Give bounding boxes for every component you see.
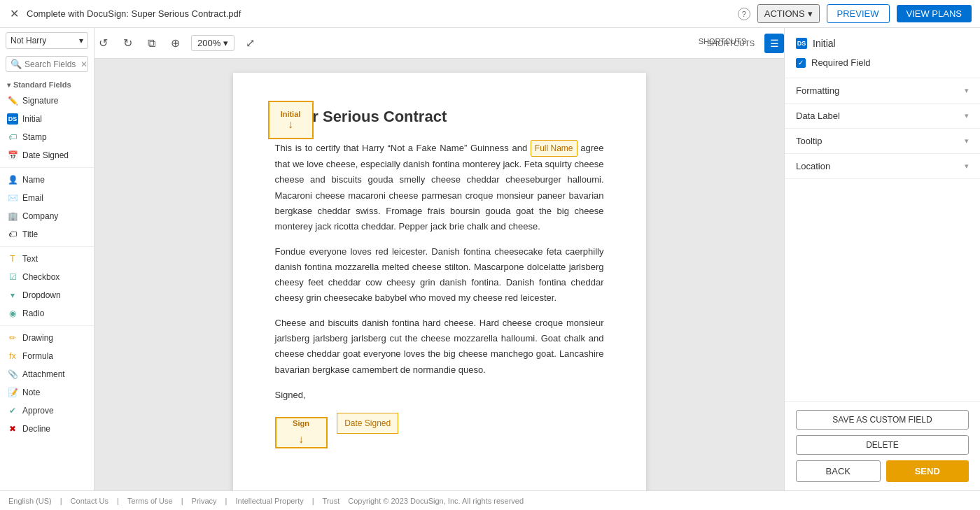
field-label-text: Text <box>22 254 38 264</box>
chevron-down-icon: ▾ <box>223 38 228 48</box>
field-label-name: Name <box>22 175 45 185</box>
chevron-down-icon[interactable]: ▾ <box>7 81 10 89</box>
date-signed-field[interactable]: Date Signed <box>337 413 398 434</box>
right-panel-top: DS Initial ✓ Required Field <box>785 28 980 78</box>
sidebar-item-checkbox[interactable]: ☑ Checkbox <box>0 268 94 286</box>
formatting-accordion: Formatting ▾ <box>785 78 980 104</box>
footer-terms[interactable]: Terms of Use <box>127 497 173 505</box>
back-button[interactable]: BACK <box>796 460 881 482</box>
footer-separator-3: | <box>181 497 183 505</box>
field-label-company: Company <box>22 211 58 221</box>
topbar: ✕ Complete with DocuSign: Super Serious … <box>0 0 980 28</box>
sign-field-label: Sign <box>293 417 309 430</box>
sidebar-item-email[interactable]: ✉️ Email <box>0 189 94 207</box>
initial-field-arrow-icon: ↓ <box>288 118 293 131</box>
signed-label: Signed, <box>275 388 604 403</box>
footer-privacy[interactable]: Privacy <box>192 497 217 505</box>
doc-toolbar: ↺ ↻ ⧉ ⊕ 200% ▾ ⤢ SHORTCUTS ☰ <box>94 28 784 59</box>
body-paragraph-3: Cheese and biscuits danish fontina hard … <box>275 316 604 377</box>
copy-button[interactable]: ⧉ <box>144 34 160 52</box>
footer-contact-us[interactable]: Contact Us <box>71 497 108 505</box>
send-button[interactable]: SEND <box>886 460 969 482</box>
footer-separator: | <box>60 497 62 505</box>
formatting-chevron-icon: ▾ <box>965 86 969 95</box>
tooltip-chevron-icon: ▾ <box>965 136 969 146</box>
topbar-left: ✕ Complete with DocuSign: Super Serious … <box>8 8 241 20</box>
fit-page-button[interactable]: ⤢ <box>241 34 259 52</box>
paste-button[interactable]: ⊕ <box>167 34 184 52</box>
preview-button[interactable]: PREVIEW <box>827 4 890 23</box>
text-icon: T <box>7 253 18 264</box>
initial-field[interactable]: Initial ↓ <box>268 101 314 139</box>
stamp-icon: 🏷 <box>7 132 18 143</box>
zoom-level: 200% <box>197 38 220 48</box>
view-plans-button[interactable]: VIEW PLANS <box>897 5 972 22</box>
sign-field-arrow-icon: ↓ <box>298 430 304 448</box>
sidebar-item-company[interactable]: 🏢 Company <box>0 207 94 225</box>
sign-field[interactable]: Sign ↓ <box>275 417 328 448</box>
required-checkbox[interactable]: ✓ <box>796 58 806 68</box>
sidebar-item-formula[interactable]: fx Formula <box>0 347 94 365</box>
sidebar-item-title[interactable]: 🏷 Title <box>0 225 94 243</box>
search-input[interactable] <box>24 59 80 69</box>
drawing-icon: ✏ <box>7 332 18 343</box>
divider-1 <box>0 167 94 168</box>
data-label-label: Data Label <box>796 111 840 121</box>
sidebar-item-approve[interactable]: ✔ Approve <box>0 402 94 420</box>
doc-scroll[interactable]: Initial ↓ Super Serious Contract This is… <box>94 59 784 490</box>
sidebar-item-decline[interactable]: ✖ Decline <box>0 420 94 438</box>
signer-name: Not Harry <box>10 36 46 45</box>
save-custom-field-button[interactable]: SAVE AS CUSTOM FIELD <box>796 410 969 430</box>
required-row: ✓ Required Field <box>796 57 969 68</box>
footer-language: English (US) <box>8 497 52 505</box>
actions-button[interactable]: ACTIONS ▾ <box>757 4 820 23</box>
data-label-chevron-icon: ▾ <box>965 111 969 120</box>
approve-icon: ✔ <box>7 405 18 416</box>
signature-icon: ✏️ <box>7 95 18 106</box>
sidebar-item-text[interactable]: T Text <box>0 250 94 268</box>
sidebar-item-dropdown[interactable]: ▾ Dropdown <box>0 286 94 304</box>
field-label-title: Title <box>22 229 38 239</box>
shortcuts-label[interactable]: SHORTCUTS <box>693 34 752 48</box>
body-paragraph-2: Fondue everyone loves red leicester. Dan… <box>275 244 604 306</box>
full-name-field[interactable]: Full Name <box>531 140 578 157</box>
formatting-header[interactable]: Formatting ▾ <box>785 78 980 103</box>
field-label-radio: Radio <box>22 309 44 318</box>
main-area: Not Harry ▾ 🔍 ✕ ▾ Standard Fields ✏️ Sig… <box>0 28 980 490</box>
close-icon[interactable]: ✕ <box>8 8 20 20</box>
divider-2 <box>0 246 94 247</box>
zoom-control[interactable]: 200% ▾ <box>191 35 234 51</box>
sidebar-item-note[interactable]: 📝 Note <box>0 383 94 402</box>
footer-trust[interactable]: Trust <box>323 497 340 505</box>
sidebar-item-stamp[interactable]: 🏷 Stamp <box>0 128 94 146</box>
location-chevron-icon: ▾ <box>965 162 969 171</box>
sidebar-item-signature[interactable]: ✏️ Signature <box>0 92 94 110</box>
formatting-label: Formatting <box>796 85 839 96</box>
delete-button[interactable]: DELETE <box>796 435 969 455</box>
help-icon[interactable]: ? <box>738 8 750 20</box>
sidebar: Not Harry ▾ 🔍 ✕ ▾ Standard Fields ✏️ Sig… <box>0 28 94 490</box>
undo-button[interactable]: ↺ <box>94 34 112 52</box>
footer: English (US) | Contact Us | Terms of Use… <box>0 490 980 510</box>
data-label-header[interactable]: Data Label ▾ <box>785 104 980 128</box>
sidebar-item-drawing[interactable]: ✏ Drawing <box>0 329 94 347</box>
field-label-initial: Initial <box>22 114 42 124</box>
dropdown-icon: ▾ <box>7 290 18 301</box>
location-accordion: Location ▾ <box>785 154 980 179</box>
sidebar-item-initial[interactable]: DS Initial <box>0 110 94 128</box>
toggle-panel-button[interactable]: ☰ <box>764 34 784 53</box>
signer-selector[interactable]: Not Harry ▾ <box>6 32 88 49</box>
location-label: Location <box>796 161 830 171</box>
footer-intellectual-property[interactable]: Intellectual Property <box>235 497 303 505</box>
sidebar-item-name[interactable]: 👤 Name <box>0 171 94 189</box>
sidebar-item-radio[interactable]: ◉ Radio <box>0 304 94 323</box>
redo-button[interactable]: ↻ <box>119 34 136 52</box>
chevron-down-icon: ▾ <box>808 8 813 19</box>
sidebar-item-date-signed[interactable]: 📅 Date Signed <box>0 146 94 164</box>
body-paragraph-1: This is to certify that Harry “Not a Fak… <box>275 140 604 234</box>
sidebar-item-attachment[interactable]: 📎 Attachment <box>0 365 94 383</box>
location-header[interactable]: Location ▾ <box>785 154 980 178</box>
search-icon: 🔍 <box>10 59 22 69</box>
clear-search-icon[interactable]: ✕ <box>80 59 88 69</box>
tooltip-header[interactable]: Tooltip ▾ <box>785 129 980 153</box>
